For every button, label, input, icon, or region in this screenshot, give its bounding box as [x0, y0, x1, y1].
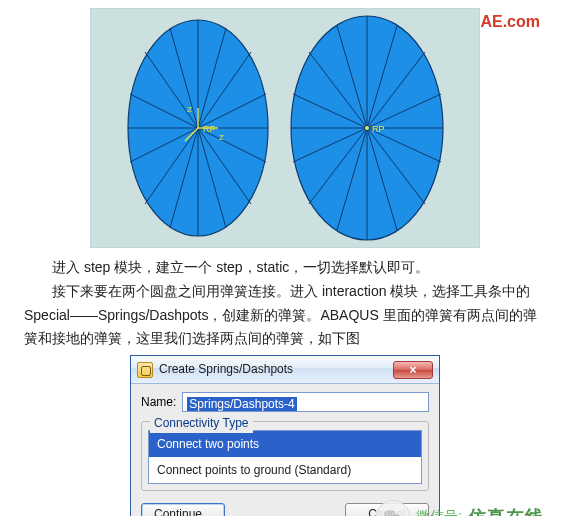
paragraph-interaction: 接下来要在两个圆盘之间用弹簧连接。进入 interaction 模块，选择工具条… [24, 280, 546, 351]
connectivity-options: Connect two points Connect points to gro… [148, 430, 422, 485]
svg-text:Z: Z [219, 133, 224, 142]
model-figure: RP Z Z [24, 8, 546, 248]
continue-button[interactable]: Continue... [141, 503, 225, 516]
option-connect-two-points[interactable]: Connect two points [149, 431, 421, 457]
rp-label-left: RP [203, 124, 216, 134]
svg-text:Z: Z [187, 105, 192, 114]
connectivity-group-title: Connectivity Type [150, 413, 253, 433]
close-button[interactable]: × [393, 361, 433, 379]
dialog-titlebar[interactable]: Create Springs/Dashpots × [131, 356, 439, 384]
dialog-title: Create Springs/Dashpots [159, 359, 393, 379]
option-connect-ground[interactable]: Connect points to ground (Standard) [149, 457, 421, 483]
disc-left: RP Z Z [123, 16, 273, 240]
name-field[interactable]: Springs/Dashpots-4 [182, 392, 429, 412]
name-field-value: Springs/Dashpots-4 [187, 397, 296, 411]
paragraph-step: 进入 step 模块，建立一个 step，static，一切选择默认即可。 [24, 256, 546, 280]
cancel-button[interactable]: Cancel [345, 503, 429, 516]
dialog-app-icon [137, 362, 153, 378]
svg-point-39 [365, 126, 369, 130]
name-label: Name: [141, 392, 176, 412]
create-springs-dialog: Create Springs/Dashpots × Name: Springs/… [130, 355, 440, 516]
rp-label-right: RP [372, 124, 385, 134]
model-viewport: RP Z Z [90, 8, 480, 248]
connectivity-group: Connectivity Type Connect two points Con… [141, 421, 429, 492]
disc-right: RP [287, 12, 447, 244]
